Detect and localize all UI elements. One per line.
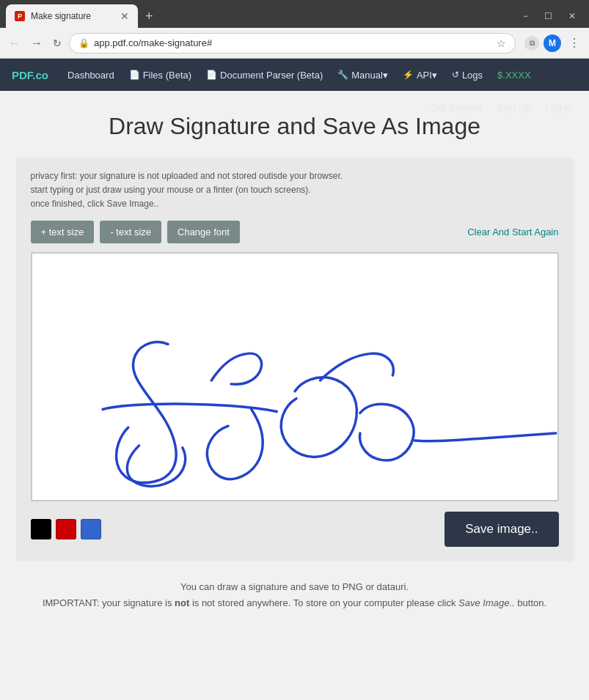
new-tab-button[interactable]: + [139,6,159,27]
back-button[interactable]: ← [6,34,23,53]
puzzle-icon[interactable]: ⧉ [524,36,539,51]
footer2-save: Save Image.. [458,597,515,608]
forward-button[interactable]: → [28,34,45,53]
profile-icon[interactable]: M [544,34,561,52]
footer-info: You can draw a signature and save to PNG… [16,579,574,611]
tab-label: Make signature [31,11,91,21]
footer2-not: not [175,597,189,608]
nav-signup[interactable]: Sign Up [491,91,536,123]
signature-canvas[interactable] [31,252,559,501]
extension-icons: ⧉ M ⋮ [524,34,583,52]
nav-api[interactable]: ⚡API ▾ [395,59,445,91]
color-black-swatch[interactable] [31,519,51,539]
files-icon: 📄 [129,70,140,80]
change-font-button[interactable]: Change font [167,221,240,243]
footer2-prefix: IMPORTANT: your signature is [43,597,175,608]
text-size-plus-button[interactable]: + text size [31,221,95,243]
api-icon: ⚡ [403,70,414,80]
title-bar: P Make signature ✕ + − ☐ ✕ [0,0,589,28]
privacy-line1: privacy first: your signature is not upl… [31,171,343,181]
nav-manual[interactable]: 🔧Manual ▾ [330,59,395,91]
footer-line2: IMPORTANT: your signature is not is not … [16,595,574,611]
color-blue-swatch[interactable] [81,519,101,539]
privacy-line2: start typing or just draw using your mou… [31,185,311,195]
signup-label: Sign Up [497,102,530,113]
save-image-button[interactable]: Save image.. [445,512,558,547]
footer2-end: button. [515,597,546,608]
nav-dashboard[interactable]: Dashboard [60,59,122,91]
text-size-minus-button[interactable]: - text size [100,221,161,243]
nav-files[interactable]: 📄Files (Beta) [122,59,199,91]
signature-svg [32,254,557,500]
color-red-swatch[interactable] [56,519,76,539]
nav-docparser[interactable]: 📄Document Parser (Beta) [199,59,330,91]
browser-chrome: P Make signature ✕ + − ☐ ✕ ← → ↻ 🔒 app.p… [0,0,589,59]
color-swatches [31,519,101,539]
toolbar: + text size - text size Change font Clea… [31,221,559,243]
nav-files-label: Files (Beta) [143,70,191,81]
signature-card: privacy first: your signature is not upl… [16,158,574,561]
clear-button[interactable]: Clear And Start Again [467,226,558,237]
nav-manual-label: Manual [351,70,383,81]
address-bar[interactable]: 🔒 app.pdf.co/make-signature# ☆ [69,33,516,54]
nav-dashboard-label: Dashboard [67,70,114,81]
footer2-suffix: is not stored anywhere. To store on your… [189,597,458,608]
browser-nav: ← → ↻ 🔒 app.pdf.co/make-signature# ☆ ⧉ M… [0,28,589,59]
tab-favicon: P [15,11,25,21]
logo-prefix: PDF [12,69,32,81]
manual-icon: 🔧 [337,70,348,80]
lock-icon: 🔒 [78,38,89,48]
privacy-text: privacy first: your signature is not upl… [31,169,559,212]
privacy-line3: once finished, click Save Image.. [31,199,159,209]
logo-suffix: .co [32,69,48,81]
maximize-button[interactable]: ☐ [537,8,560,24]
nav-xxxx-label: $.XXXX [497,70,531,81]
site-nav: PDF.co Dashboard 📄Files (Beta) 📄Document… [0,59,589,91]
nav-api-label: API [417,70,432,81]
window-controls: − ☐ ✕ [516,8,583,24]
footer-line1: You can draw a signature and save to PNG… [16,579,574,595]
nav-logs[interactable]: ↺Logs [445,59,490,91]
nav-logs-label: Logs [462,70,483,81]
browser-menu-icon[interactable]: ⋮ [566,34,583,51]
nav-login[interactable]: Log in [540,91,577,123]
minimize-button[interactable]: − [516,8,535,24]
site-logo: PDF.co [12,69,48,81]
sig-footer: Save image.. [31,512,559,547]
nav-xxxx[interactable]: $.XXXX [490,59,538,91]
reload-button[interactable]: ↻ [50,34,65,52]
close-tab-button[interactable]: ✕ [120,10,129,22]
active-tab[interactable]: P Make signature ✕ [6,4,138,28]
bookmark-icon[interactable]: ☆ [497,37,506,49]
login-label: Log in [546,102,571,113]
nav-docparser-label: Document Parser (Beta) [220,70,323,81]
address-text: app.pdf.co/make-signature# [94,37,492,48]
main-content: Draw Signature and Save As Image privacy… [0,91,589,633]
docparser-icon: 📄 [206,70,217,80]
logs-icon: ↺ [452,70,459,80]
support-label: Get Support [431,102,482,113]
close-window-button[interactable]: ✕ [561,8,583,24]
